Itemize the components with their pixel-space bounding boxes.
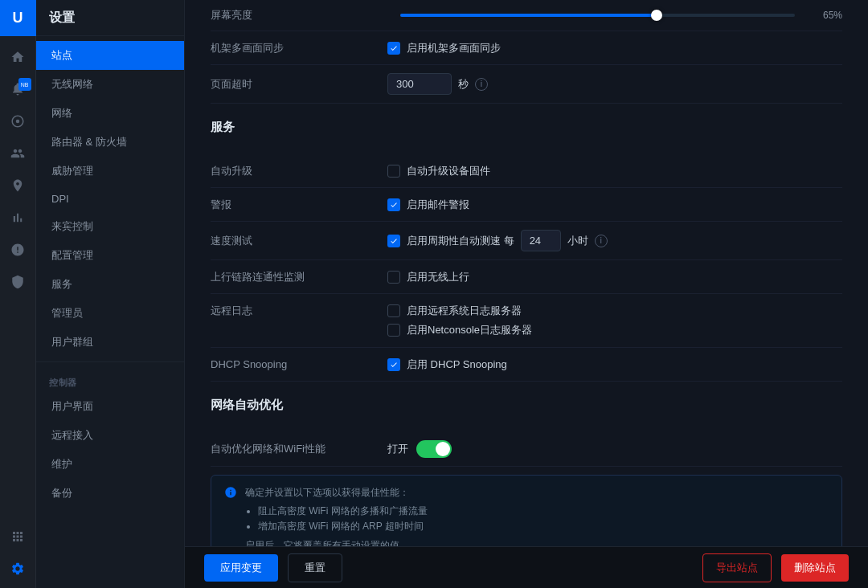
brightness-row: 屏幕亮度 65% bbox=[211, 0, 842, 31]
nav-home[interactable] bbox=[0, 41, 36, 73]
reset-button[interactable]: 重置 bbox=[288, 553, 342, 582]
brightness-slider-thumb[interactable] bbox=[651, 10, 662, 21]
machine-sync-checkbox-label: 启用机架多画面同步 bbox=[407, 41, 501, 55]
optimize-info-note: 启用后，它将覆盖所有手动设置的值。 bbox=[245, 538, 428, 546]
brightness-value: 65% bbox=[387, 10, 842, 21]
page-timeout-input[interactable] bbox=[387, 73, 452, 95]
sidebar-divider bbox=[36, 361, 184, 362]
sidebar: 设置 站点 无线网络 网络 路由器 & 防火墙 威胁管理 DPI 来宾控制 配置… bbox=[36, 0, 185, 588]
auto-optimize-value: 打开 bbox=[387, 440, 842, 458]
uplink-monitor-label: 上行链路连通性监测 bbox=[211, 270, 387, 284]
sidebar-item-usergroup[interactable]: 用户群组 bbox=[36, 328, 184, 357]
sidebar-item-station[interactable]: 站点 bbox=[36, 41, 184, 70]
sidebar-item-router-firewall[interactable]: 路由器 & 防火墙 bbox=[36, 128, 184, 157]
nav-statistics[interactable] bbox=[0, 202, 36, 234]
optimize-info-content: 确定并设置以下选项以获得最佳性能： 阻止高密度 WiFi 网络的多播和广播流量 … bbox=[245, 485, 428, 546]
speed-test-label: 速度测试 bbox=[211, 234, 387, 248]
sidebar-item-threat[interactable]: 威胁管理 bbox=[36, 157, 184, 186]
sidebar-item-remote[interactable]: 远程接入 bbox=[36, 421, 184, 450]
brightness-value-text: 65% bbox=[814, 10, 842, 21]
speed-test-hours-unit: 小时 bbox=[567, 234, 588, 248]
nav-apps[interactable] bbox=[0, 521, 36, 553]
sidebar-nav: 站点 无线网络 网络 路由器 & 防火墙 威胁管理 DPI 来宾控制 配置管理 … bbox=[36, 36, 184, 588]
svg-point-0 bbox=[16, 120, 20, 124]
speed-test-hours-input[interactable] bbox=[521, 230, 561, 251]
brightness-slider-fill bbox=[400, 14, 657, 17]
alert-label: 警报 bbox=[211, 198, 387, 212]
uplink-monitor-row: 上行链路连通性监测 启用无线上行 bbox=[211, 260, 842, 294]
sidebar-item-config[interactable]: 配置管理 bbox=[36, 241, 184, 270]
icon-rail: U NB bbox=[0, 0, 36, 588]
remote-log-checkbox2-label: 启用Netconsole日志服务器 bbox=[407, 323, 532, 337]
auto-upgrade-checkbox-wrapper: 自动升级设备固件 bbox=[387, 164, 490, 178]
sidebar-item-services[interactable]: 服务 bbox=[36, 270, 184, 299]
speed-test-checkbox-wrapper: 启用周期性自动测速 每 bbox=[387, 234, 514, 248]
alert-row: 警报 启用邮件警报 bbox=[211, 188, 842, 222]
speed-test-checkbox[interactable] bbox=[387, 235, 400, 247]
optimize-info-item-1: 阻止高密度 WiFi 网络的多播和广播流量 bbox=[258, 504, 428, 519]
page-timeout-info[interactable]: i bbox=[475, 78, 488, 91]
speed-test-checkbox-label: 启用周期性自动测速 每 bbox=[407, 234, 514, 248]
auto-upgrade-checkbox[interactable] bbox=[387, 165, 400, 178]
page-timeout-unit: 秒 bbox=[458, 77, 469, 92]
network-optimize-title: 网络自动优化 bbox=[211, 398, 842, 419]
nav-shield[interactable] bbox=[0, 266, 36, 298]
sidebar-item-maintenance[interactable]: 维护 bbox=[36, 450, 184, 479]
nav-devices[interactable] bbox=[0, 105, 36, 137]
sidebar-item-dpi[interactable]: DPI bbox=[36, 186, 184, 212]
auto-upgrade-row: 自动升级 自动升级设备固件 bbox=[211, 154, 842, 188]
uplink-monitor-checkbox-wrapper: 启用无线上行 bbox=[387, 270, 469, 284]
speed-test-row: 速度测试 启用周期性自动测速 每 小时 i bbox=[211, 222, 842, 260]
uplink-monitor-checkbox[interactable] bbox=[387, 271, 400, 284]
remote-log-row: 远程日志 启用远程系统日志服务器 启用Netconsole日志服务器 bbox=[211, 294, 842, 348]
sidebar-item-backup[interactable]: 备份 bbox=[36, 479, 184, 508]
dhcp-snooping-checkbox-label: 启用 DHCP Snooping bbox=[407, 357, 507, 372]
bottom-bar: 应用变更 重置 导出站点 删除站点 bbox=[185, 546, 868, 588]
speed-test-value: 启用周期性自动测速 每 小时 i bbox=[387, 230, 842, 251]
brightness-label: 屏幕亮度 bbox=[211, 8, 387, 22]
auto-upgrade-value: 自动升级设备固件 bbox=[387, 164, 842, 178]
uplink-monitor-checkbox-label: 启用无线上行 bbox=[407, 270, 469, 284]
nav-clients[interactable] bbox=[0, 137, 36, 169]
main-content: 屏幕亮度 65% 机架多画面同步 启用机架多画面同步 bbox=[185, 0, 868, 588]
nav-settings[interactable] bbox=[0, 553, 36, 585]
nav-notifications[interactable]: NB bbox=[0, 73, 36, 105]
auto-upgrade-checkbox-label: 自动升级设备固件 bbox=[407, 164, 490, 178]
page-timeout-row: 页面超时 秒 i bbox=[211, 65, 842, 104]
delete-button[interactable]: 删除站点 bbox=[781, 554, 849, 582]
app-logo[interactable]: U bbox=[0, 0, 36, 36]
sidebar-header: 设置 bbox=[36, 0, 184, 36]
machine-sync-checkbox-wrapper: 启用机架多画面同步 bbox=[387, 41, 501, 55]
export-button[interactable]: 导出站点 bbox=[702, 553, 772, 582]
auto-optimize-toggle[interactable] bbox=[416, 440, 452, 458]
sidebar-item-ui[interactable]: 用户界面 bbox=[36, 392, 184, 421]
machine-sync-label: 机架多画面同步 bbox=[211, 41, 387, 55]
auto-optimize-toggle-label: 打开 bbox=[387, 442, 408, 456]
nav-topology[interactable] bbox=[0, 169, 36, 202]
alert-checkbox[interactable] bbox=[387, 198, 400, 211]
apply-button[interactable]: 应用变更 bbox=[204, 554, 278, 582]
services-title: 服务 bbox=[211, 120, 842, 141]
sidebar-item-guest[interactable]: 来宾控制 bbox=[36, 212, 184, 241]
dhcp-snooping-label: DHCP Snooping bbox=[211, 358, 387, 370]
nav-alerts[interactable] bbox=[0, 234, 36, 266]
remote-log-checkbox1[interactable] bbox=[387, 304, 400, 317]
sidebar-item-wireless[interactable]: 无线网络 bbox=[36, 70, 184, 99]
speed-test-info[interactable]: i bbox=[595, 235, 608, 247]
machine-sync-checkbox[interactable] bbox=[387, 42, 400, 55]
page-timeout-value: 秒 i bbox=[387, 73, 842, 95]
sidebar-item-admin[interactable]: 管理员 bbox=[36, 299, 184, 328]
optimize-info-icon bbox=[224, 486, 237, 546]
sidebar-item-network[interactable]: 网络 bbox=[36, 99, 184, 128]
dhcp-snooping-checkbox[interactable] bbox=[387, 358, 400, 371]
remote-log-value: 启用远程系统日志服务器 启用Netconsole日志服务器 bbox=[387, 304, 842, 337]
auto-optimize-toggle-wrapper: 打开 bbox=[387, 440, 452, 458]
auto-upgrade-label: 自动升级 bbox=[211, 164, 387, 178]
notification-badge: NB bbox=[18, 78, 31, 91]
remote-log-checkbox2[interactable] bbox=[387, 324, 400, 337]
uplink-monitor-value: 启用无线上行 bbox=[387, 270, 842, 284]
page-timeout-label: 页面超时 bbox=[211, 77, 387, 92]
alert-checkbox-label: 启用邮件警报 bbox=[407, 198, 469, 212]
brightness-slider-track[interactable] bbox=[400, 14, 795, 17]
optimize-info-list: 阻止高密度 WiFi 网络的多播和广播流量 增加高密度 WiFi 网络的 ARP… bbox=[245, 504, 428, 534]
